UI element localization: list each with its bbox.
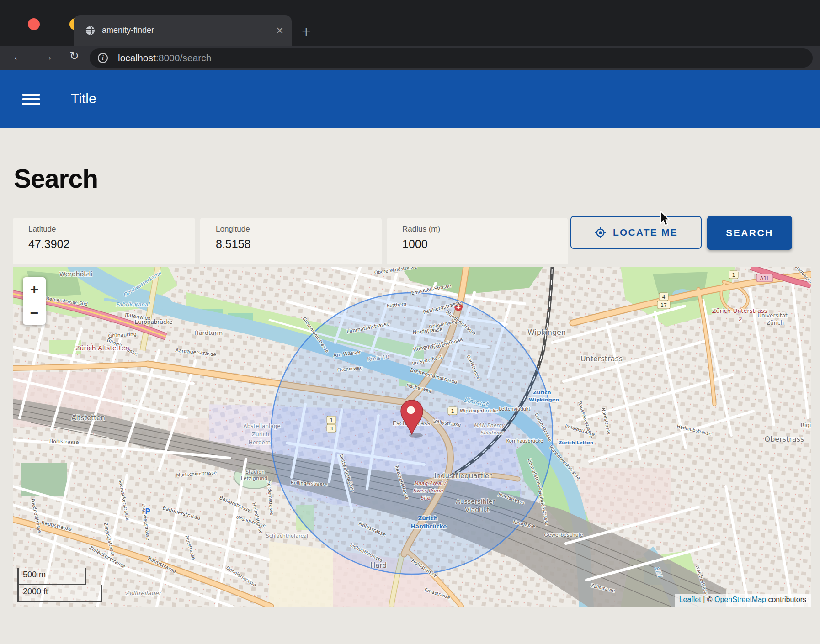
- map-label: Zürich Letten: [559, 440, 593, 445]
- map-label: Rigi: [801, 422, 811, 428]
- map[interactable]: 1A1L417131+ WerdhölzliOberwasserkanalFab…: [13, 267, 811, 607]
- leaflet-link[interactable]: Leaflet: [679, 596, 701, 603]
- map-label: Fabrik-Kanal: [116, 301, 150, 308]
- forward-button[interactable]: →: [41, 49, 53, 63]
- map-label: Aussersihler: [456, 498, 495, 505]
- map-label: Gewerbeschule: [544, 532, 583, 538]
- latitude-value: 47.3902: [28, 238, 69, 251]
- map-label: Wipkingen: [529, 397, 559, 403]
- map-label: 2: [739, 316, 742, 322]
- map-label: Zürich: [252, 431, 269, 438]
- map-label: MAN Energy: [474, 422, 505, 428]
- map-label: Solutions: [480, 430, 504, 436]
- map-label: Zollfreilager: [125, 590, 162, 596]
- page-info-icon[interactable]: i: [98, 53, 108, 63]
- openstreetmap-link[interactable]: OpenStreetMap: [714, 596, 766, 603]
- tab-close-icon[interactable]: ×: [276, 24, 283, 37]
- zoom-in-button[interactable]: +: [23, 277, 46, 301]
- map-label: Herdern: [249, 439, 271, 446]
- map-label: Zürich: [418, 515, 438, 522]
- scale-imperial: 2000 ft: [17, 585, 102, 602]
- attribution-suffix: contributors: [766, 596, 806, 603]
- route-badge-label: 3: [330, 426, 333, 432]
- radius-value: 1000: [402, 238, 428, 251]
- url-host: localhost: [118, 53, 156, 63]
- map-label: Altstetten: [71, 414, 105, 422]
- map-label: Hardbrücke: [411, 523, 447, 530]
- radius-field[interactable]: Radius (m) 1000: [387, 218, 568, 264]
- app-title: Title: [71, 91, 96, 106]
- browser-tab[interactable]: amenity-finder ×: [74, 15, 292, 46]
- map-label: Europabrücke: [135, 319, 173, 325]
- map-label: Wipkingen: [527, 328, 566, 337]
- map-label: Unterstrass: [580, 354, 623, 363]
- map-zoom-control: + −: [23, 277, 46, 325]
- browser-toolbar: ← → ↻ i localhost:8000/search: [0, 46, 820, 70]
- map-label: Maag-Areal /: [414, 480, 447, 486]
- route-badge-label: 1: [330, 417, 333, 423]
- globe-favicon-icon: [85, 25, 96, 36]
- reload-button[interactable]: ↻: [69, 49, 79, 63]
- longitude-value: 8.5158: [216, 238, 250, 251]
- map-label: Lettenviadukt: [499, 406, 530, 412]
- search-label: SEARCH: [726, 227, 773, 238]
- map-label: Letzigrund: [241, 475, 267, 481]
- map-label: Kornhausbrücke: [506, 438, 543, 443]
- window-close-button[interactable]: [28, 18, 40, 30]
- map-label: Zürich-Unterstrass: [712, 307, 767, 314]
- map-label: Werdhölzli: [59, 270, 93, 278]
- map-label: Oberstrass: [765, 435, 804, 443]
- mouse-cursor: [660, 211, 671, 227]
- page-title: Search: [14, 164, 98, 194]
- map-label: Hohlstrasse: [49, 438, 79, 445]
- gps-locate-icon: [594, 227, 607, 239]
- locate-me-button[interactable]: LOCATE ME: [570, 216, 702, 249]
- attribution-separator: | ©: [701, 596, 714, 603]
- map-label: Schlachthofareal: [266, 533, 308, 539]
- map-canvas: 1A1L417131+ WerdhölzliOberwasserkanalFab…: [13, 267, 811, 607]
- map-attribution: Leaflet | © OpenStreetMap contributors: [675, 594, 811, 607]
- latitude-label: Latitude: [28, 225, 56, 234]
- map-label: P: [145, 507, 150, 516]
- route-badge-label: 17: [660, 302, 667, 308]
- search-button[interactable]: SEARCH: [707, 216, 792, 250]
- map-label: Wipkingerbrücke: [460, 408, 498, 413]
- zoom-out-button[interactable]: −: [23, 301, 46, 325]
- map-label: Hardturm: [194, 329, 223, 336]
- address-bar[interactable]: i localhost:8000/search: [90, 48, 813, 68]
- map-label: Site: [420, 495, 430, 501]
- longitude-label: Longitude: [216, 225, 250, 234]
- locate-me-label: LOCATE ME: [613, 227, 678, 238]
- route-badge-label: 4: [662, 294, 666, 300]
- map-label: Swiss Prime: [413, 488, 443, 494]
- map-label: Industriequartier: [434, 472, 492, 480]
- map-label: Zürich: [533, 390, 551, 396]
- url-text: localhost:8000/search: [118, 53, 211, 63]
- map-label: Zürich: [767, 320, 784, 326]
- menu-hamburger-icon[interactable]: [22, 94, 40, 105]
- route-badge-label: A1L: [760, 275, 770, 281]
- route-badge-label: 1: [451, 408, 454, 414]
- latitude-field[interactable]: Latitude 47.3902: [13, 218, 195, 264]
- radius-label: Radius (m): [402, 225, 440, 234]
- new-tab-button[interactable]: +: [302, 24, 311, 39]
- longitude-field[interactable]: Longitude 8.5158: [200, 218, 382, 264]
- map-label: Stadion: [245, 469, 265, 475]
- route-badge-label: 1: [732, 272, 735, 278]
- url-path: :8000/search: [156, 53, 211, 63]
- back-button[interactable]: ←: [12, 49, 24, 63]
- app-bar: Title: [0, 70, 820, 128]
- map-scale-control: 500 m 2000 ft: [17, 568, 102, 602]
- map-label: Hard: [370, 561, 387, 570]
- tab-title: amenity-finder: [102, 26, 276, 35]
- map-label: Abstellanlage: [243, 423, 280, 429]
- map-label: Zürich Altstetten: [75, 344, 129, 352]
- map-label: Viadukt: [465, 506, 490, 513]
- browser-tab-strip: amenity-finder × +: [0, 0, 820, 46]
- scale-metric: 500 m: [17, 568, 86, 585]
